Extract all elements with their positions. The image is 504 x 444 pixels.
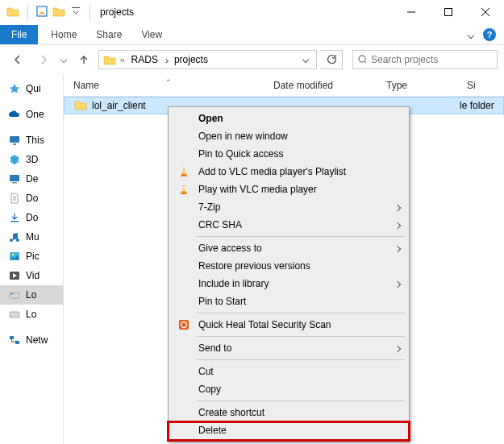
ribbon-expand-icon[interactable] [462,29,480,40]
ribbon-tabs: File Home Share View ? [0,24,504,45]
nav-documents[interactable]: Do [0,189,63,208]
cloud-icon [8,108,21,121]
svg-rect-4 [10,136,19,143]
separator [197,400,405,401]
svg-rect-19 [182,172,186,173]
drive-icon [8,308,21,321]
up-button[interactable] [73,48,95,71]
minimize-button[interactable] [393,0,430,24]
navigation-pane: Qui One This 3D De Do Do Mu [0,74,63,444]
breadcrumb-dropdown[interactable] [298,57,313,62]
tab-share[interactable]: Share [86,25,131,44]
download-icon [8,211,21,224]
file-tab[interactable]: File [0,25,38,44]
nav-local-disk-2[interactable]: Lo [0,305,63,324]
breadcrumb-item[interactable]: RADS [128,54,161,65]
ctx-cut[interactable]: Cut [171,363,406,380]
folder-icon [74,99,87,113]
svg-rect-22 [182,189,186,191]
ctx-open[interactable]: Open [171,110,406,127]
nav-network[interactable]: Netw [0,330,63,350]
qat-newfolder-icon[interactable] [52,6,65,19]
recent-locations-button[interactable] [58,48,69,71]
nav-quick-access[interactable]: Qui [0,79,63,98]
folder-icon [102,54,117,65]
help-button[interactable]: ? [480,25,499,44]
ctx-create-shortcut[interactable]: Create shortcut [171,404,406,421]
column-name[interactable]: Name⌃ [64,80,273,91]
svg-point-10 [12,254,15,256]
svg-rect-15 [10,336,14,339]
ctx-quickheal-scan[interactable]: Quick Heal Total Security Scan [171,316,406,334]
ctx-vlc-add[interactable]: Add to VLC media player's Playlist [171,163,406,181]
svg-rect-21 [182,187,185,189]
svg-rect-5 [13,143,16,145]
column-headers[interactable]: Name⌃ Date modified Type Si [64,74,504,97]
svg-rect-13 [10,293,14,295]
ctx-give-access[interactable]: Give access to [171,239,406,257]
ctx-pin-start[interactable]: Pin to Start [171,293,406,310]
search-box[interactable] [352,50,498,69]
tab-home[interactable]: Home [41,25,86,44]
nav-desktop[interactable]: De [0,169,63,189]
qat-overflow-icon[interactable] [70,6,81,19]
forward-button[interactable] [32,48,55,71]
ctx-send-to[interactable]: Send to [171,339,406,357]
column-size[interactable]: Si [467,80,504,91]
nav-this-pc[interactable]: This [0,131,63,150]
svg-point-3 [359,56,365,62]
search-icon [358,55,366,65]
nav-3d-objects[interactable]: 3D [0,150,63,169]
breadcrumb-item[interactable]: projects [171,54,211,65]
breadcrumb[interactable]: « RADS projects [98,50,317,69]
nav-downloads[interactable]: Do [0,208,63,227]
folder-icon [6,6,19,19]
svg-rect-16 [15,341,19,344]
svg-rect-7 [12,182,17,184]
submenu-arrow-icon [395,243,400,253]
ctx-copy[interactable]: Copy [171,380,406,398]
separator [197,359,405,360]
vlc-icon [176,184,192,195]
nav-videos[interactable]: Vid [0,266,63,285]
chevron-right-icon [163,56,169,64]
separator [197,236,405,237]
svg-rect-18 [182,169,185,171]
sort-ascending-icon: ⌃ [165,78,172,86]
tab-view[interactable]: View [131,25,172,44]
ctx-crc-sha[interactable]: CRC SHA [171,216,406,234]
ctx-delete[interactable]: Delete [171,421,406,439]
close-button[interactable] [467,0,504,24]
ctx-7zip[interactable]: 7-Zip [171,198,406,216]
column-type[interactable]: Type [386,80,467,91]
submenu-arrow-icon [395,220,400,230]
address-bar-row: « RADS projects [0,45,504,74]
qat-properties-icon[interactable] [36,6,48,19]
ctx-include-library[interactable]: Include in library [171,275,406,293]
title-bar: projects [0,0,504,24]
submenu-arrow-icon [395,202,400,212]
back-button[interactable] [6,48,29,71]
ctx-pin-quick-access[interactable]: Pin to Quick access [171,145,406,163]
refresh-button[interactable] [320,50,343,69]
svg-rect-0 [37,6,47,16]
nav-local-disk[interactable]: Lo [0,285,63,305]
nav-onedrive[interactable]: One [0,105,63,124]
network-icon [8,334,21,346]
vlc-icon [176,166,192,177]
svg-rect-2 [445,9,452,16]
window-title: projects [100,6,134,18]
submenu-arrow-icon [395,279,400,288]
search-input[interactable] [371,54,492,65]
maximize-button[interactable] [430,0,467,24]
svg-rect-8 [10,221,19,222]
chevron-right-icon: « [119,56,127,64]
document-icon [8,192,21,205]
ctx-restore-versions[interactable]: Restore previous versions [171,257,406,275]
svg-rect-6 [10,175,19,181]
column-date[interactable]: Date modified [273,80,386,91]
nav-pictures[interactable]: Pic [0,247,63,266]
nav-music[interactable]: Mu [0,227,63,247]
ctx-vlc-play[interactable]: Play with VLC media player [171,181,406,198]
ctx-open-new-window[interactable]: Open in new window [171,127,406,145]
